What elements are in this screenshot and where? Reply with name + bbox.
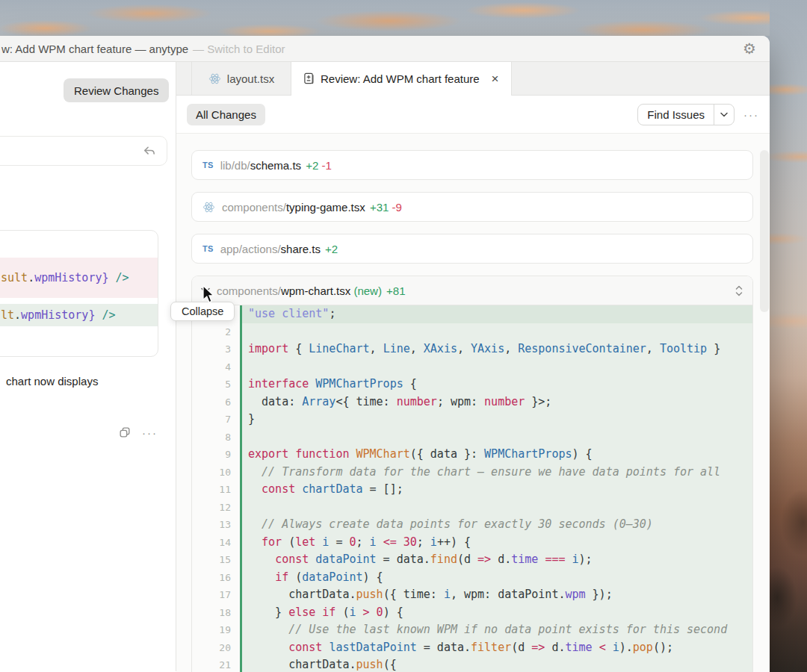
- file-path: app/actions/: [220, 243, 281, 255]
- removed-line: sult.wpmHistory} />: [0, 258, 158, 298]
- review-toolbar: All Changes Find Issues ···: [176, 96, 770, 133]
- message-actions: ···: [118, 426, 158, 439]
- expand-collapse-icon[interactable]: [735, 284, 743, 297]
- gear-icon[interactable]: ⚙: [743, 41, 756, 56]
- chevron-down-icon[interactable]: [714, 105, 734, 125]
- copy-icon[interactable]: [118, 426, 132, 439]
- file-path: lib/db/: [220, 159, 250, 172]
- find-issues-button[interactable]: Find Issues: [637, 104, 735, 125]
- find-issues-label: Find Issues: [638, 105, 714, 125]
- code-line: 5interface WPMChartProps {: [192, 376, 752, 393]
- tab-layout-tsx[interactable]: layout.tsx: [191, 62, 291, 95]
- file-name: share.ts: [281, 243, 321, 255]
- react-icon: [202, 201, 215, 214]
- file-name: schema.ts: [250, 159, 301, 172]
- tab-bar: layout.tsx Review: Add WPM chart feature…: [176, 62, 770, 96]
- code-line: 8: [192, 429, 752, 447]
- all-changes-button[interactable]: All Changes: [187, 104, 265, 125]
- code-line: 4: [192, 358, 752, 376]
- code-line: 6 data: Array<{ time: number; wpm: numbe…: [192, 393, 752, 411]
- expanded-file-header[interactable]: components/wpm-chart.tsx (new) +81: [192, 276, 752, 305]
- review-changes-button[interactable]: Review Changes: [64, 78, 169, 102]
- code-line: 7}: [192, 411, 752, 429]
- file-path: components/: [222, 201, 286, 214]
- code-line: 12: [192, 499, 752, 517]
- wallpaper-right-band: [770, 0, 807, 672]
- additions-count: +2: [325, 243, 338, 255]
- file-card-share[interactable]: TS app/actions/share.ts +2: [191, 234, 753, 264]
- titlebar: w: Add WPM chart feature — anytype — Swi…: [0, 36, 770, 62]
- assistant-message-text: chart now displays: [6, 375, 98, 388]
- wallpaper-sky-band: [0, 0, 807, 36]
- code-line: 18 } else if (i > 0) {: [192, 604, 752, 622]
- file-path: components/: [217, 284, 281, 297]
- deletions-count: -1: [322, 159, 332, 172]
- file-card-wpm-chart-expanded: components/wpm-chart.tsx (new) +81 1"use…: [191, 276, 753, 672]
- code-line: 9export function WPMChart({ data }: WPMC…: [192, 446, 752, 464]
- deletions-count: -9: [392, 201, 402, 214]
- tab-label: Review: Add WPM chart feature: [321, 72, 480, 85]
- close-icon[interactable]: ×: [492, 72, 499, 87]
- code-line: 13 // Always create data points for exac…: [192, 516, 752, 534]
- new-file-badge: (new): [353, 284, 382, 297]
- code-line: 16 if (dataPoint) {: [192, 569, 752, 587]
- additions-count: +2: [306, 159, 318, 172]
- code-line: 17 chartData.push({ time: i, wpm: dataPo…: [192, 586, 752, 604]
- code-line: 10 // Transform data for the chart – ens…: [192, 464, 752, 482]
- diff-file-icon: [303, 72, 315, 85]
- more-options-icon[interactable]: ···: [142, 426, 158, 439]
- diff-snippet-card: sult.wpmHistory} /> lt.wpmHistory} />: [0, 230, 158, 357]
- code-line: 15 const dataPoint = data.find(d => d.ti…: [192, 551, 752, 569]
- additions-count: +31: [370, 201, 389, 214]
- cursor-pointer-icon: [200, 285, 217, 305]
- code-line: 21 chartData.push({: [192, 656, 752, 672]
- code-line: 14 for (let i = 0; i <= 30; i++) {: [192, 534, 752, 552]
- code-line: 19 // Use the last known WPM if no data …: [192, 621, 752, 639]
- code-line: 20 const lastDataPoint = data.filter(d =…: [192, 639, 752, 657]
- undo-icon[interactable]: [142, 144, 156, 158]
- file-name: wpm-chart.tsx: [281, 284, 350, 297]
- file-card-schema[interactable]: TS lib/db/schema.ts +2 -1: [191, 150, 753, 180]
- code-line: 1"use client";: [192, 305, 752, 323]
- code-line: 11 const chartData = [];: [192, 481, 752, 499]
- main-panel: layout.tsx Review: Add WPM chart feature…: [176, 62, 770, 671]
- code-diff-view[interactable]: 1"use client";23import { LineChart, Line…: [192, 305, 752, 672]
- scrollbar-thumb[interactable]: [760, 150, 769, 312]
- changes-list: TS lib/db/schema.ts +2 -1: [176, 133, 770, 672]
- tab-review[interactable]: Review: Add WPM chart feature ×: [291, 62, 512, 96]
- ts-icon: TS: [202, 244, 214, 253]
- prompt-box[interactable]: [0, 136, 167, 166]
- file-card-typing-game[interactable]: components/typing-game.tsx +31 -9: [191, 192, 753, 222]
- window-title: w: Add WPM chart feature — anytype: [1, 43, 188, 55]
- left-sidebar: Review Changes sult.wpmHistory} /> lt.wp…: [0, 62, 176, 671]
- tab-label: layout.tsx: [227, 72, 274, 85]
- code-line: 3import { LineChart, Line, XAxis, YAxis,…: [192, 340, 752, 358]
- react-icon: [208, 72, 221, 85]
- additions-count: +81: [386, 284, 405, 297]
- toolbar-more-icon[interactable]: ···: [743, 108, 759, 121]
- app-window: w: Add WPM chart feature — anytype — Swi…: [0, 36, 770, 672]
- ts-icon: TS: [202, 161, 214, 169]
- file-name: typing-game.tsx: [286, 201, 365, 214]
- code-line: 2: [192, 323, 752, 341]
- switch-to-editor-hint[interactable]: — Switch to Editor: [193, 43, 285, 55]
- added-line: lt.wpmHistory} />: [0, 304, 158, 326]
